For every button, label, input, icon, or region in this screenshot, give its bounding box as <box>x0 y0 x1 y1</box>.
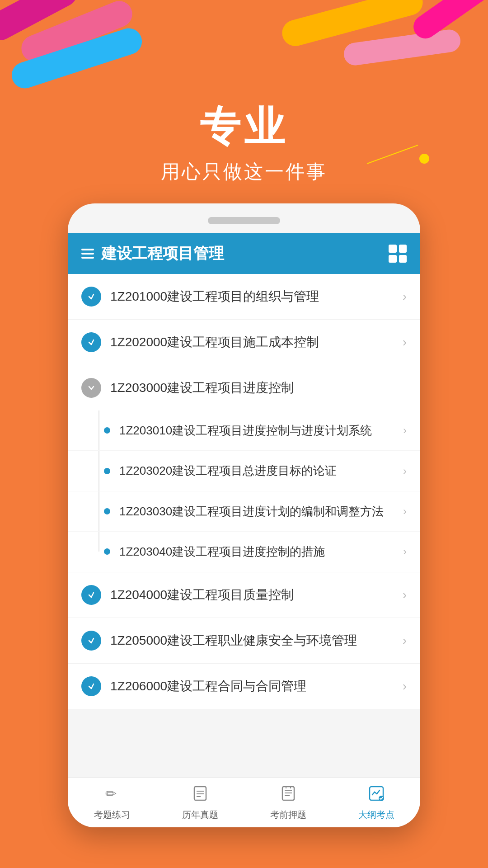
item-6-chevron: › <box>403 679 407 693</box>
list-item-3[interactable]: 1Z203000建设工程项目进度控制 <box>68 365 420 410</box>
svg-rect-5 <box>409 0 488 43</box>
item-1-text: 1Z201000建设工程项目的组织与管理 <box>110 288 403 305</box>
hero-title: 专业 <box>0 99 488 155</box>
grid-cell-4 <box>399 255 407 263</box>
sub-item-4-text: 1Z203040建设工程项目进度控制的措施 <box>119 543 403 560</box>
bottom-nav: ✏ 考题练习 历年真题 <box>68 778 420 827</box>
sub-items-3: 1Z203010建设工程项目进度控制与进度计划系统 › 1Z203020建设工程… <box>68 410 420 572</box>
item-5-icon <box>81 631 101 651</box>
list-item-6[interactable]: 1Z206000建设工程合同与合同管理 › <box>68 664 420 709</box>
grid-cell-2 <box>399 245 407 253</box>
header-title: 建设工程项目管理 <box>101 243 224 264</box>
app-header: 建设工程项目管理 <box>68 233 420 274</box>
nav-label-3: 考前押题 <box>270 809 306 821</box>
svg-rect-1 <box>18 0 136 66</box>
svg-rect-3 <box>279 0 426 49</box>
nav-label-2: 历年真题 <box>182 809 218 821</box>
nav-label-4: 大纲考点 <box>358 809 394 821</box>
list-item-2[interactable]: 1Z202000建设工程项目施工成本控制 › <box>68 320 420 365</box>
sub-item-2[interactable]: 1Z203020建设工程项目总进度目标的论证 › <box>68 451 420 491</box>
item-1-chevron: › <box>403 289 407 304</box>
header-left: 建设工程项目管理 <box>81 243 224 264</box>
nav-item-2[interactable]: 历年真题 <box>156 785 244 821</box>
phone-speaker <box>208 217 280 224</box>
sub-item-3-text: 1Z203030建设工程项目进度计划的编制和调整方法 <box>119 503 403 519</box>
item-4-text: 1Z204000建设工程项目质量控制 <box>110 586 403 604</box>
grid-cell-3 <box>389 255 397 263</box>
sub-item-1-chevron: › <box>403 424 407 437</box>
nav-label-1: 考题练习 <box>94 809 130 821</box>
menu-icon[interactable] <box>81 249 94 259</box>
phone-mockup: 建设工程项目管理 1Z201000建设工程项目的组织与管理 › <box>68 203 420 827</box>
sub-item-2-text: 1Z203020建设工程项目总进度目标的论证 <box>119 462 403 479</box>
svg-rect-2 <box>8 25 145 92</box>
nav-icon-4 <box>368 785 385 806</box>
nav-icon-2 <box>192 785 209 806</box>
app-list: 1Z201000建设工程项目的组织与管理 › 1Z202000建设工程项目施工成… <box>68 274 420 709</box>
sub-item-3[interactable]: 1Z203030建设工程项目进度计划的编制和调整方法 › <box>68 491 420 532</box>
item-2-text: 1Z202000建设工程项目施工成本控制 <box>110 333 403 351</box>
hero-subtitle: 用心只做这一件事 <box>0 159 488 184</box>
nav-item-4[interactable]: 大纲考点 <box>332 785 420 821</box>
sub-item-1[interactable]: 1Z203010建设工程项目进度控制与进度计划系统 › <box>68 410 420 451</box>
sub-item-2-chevron: › <box>403 465 407 477</box>
nav-icon-1: ✏ <box>103 785 121 806</box>
item-1-icon <box>81 287 101 307</box>
nav-item-3[interactable]: 考前押题 <box>244 785 332 821</box>
item-4-chevron: › <box>403 588 407 602</box>
item-5-text: 1Z205000建设工程职业健康安全与环境管理 <box>110 632 403 649</box>
svg-rect-4 <box>343 28 462 67</box>
grid-icon[interactable] <box>389 245 407 263</box>
item-3-text: 1Z203000建设工程项目进度控制 <box>110 379 407 396</box>
item-6-text: 1Z206000建设工程合同与合同管理 <box>110 677 403 695</box>
list-item-1[interactable]: 1Z201000建设工程项目的组织与管理 › <box>68 274 420 320</box>
nav-icon-3 <box>280 785 297 806</box>
grid-cell-1 <box>389 245 397 253</box>
item-2-chevron: › <box>403 335 407 349</box>
list-item-5[interactable]: 1Z205000建设工程职业健康安全与环境管理 › <box>68 618 420 664</box>
list-item-4[interactable]: 1Z204000建设工程项目质量控制 › <box>68 572 420 618</box>
nav-item-1[interactable]: ✏ 考题练习 <box>68 785 156 821</box>
item-5-chevron: › <box>403 633 407 648</box>
sub-item-4-chevron: › <box>403 545 407 558</box>
sub-item-1-text: 1Z203010建设工程项目进度控制与进度计划系统 <box>119 422 403 439</box>
item-6-icon <box>81 676 101 696</box>
sub-item-3-chevron: › <box>403 505 407 518</box>
hero-section: 专业 用心只做这一件事 <box>0 99 488 184</box>
svg-rect-0 <box>0 0 82 45</box>
item-4-icon <box>81 585 101 605</box>
sub-item-4[interactable]: 1Z203040建设工程项目进度控制的措施 › <box>68 532 420 571</box>
item-3-icon <box>81 378 101 398</box>
item-2-icon <box>81 332 101 352</box>
svg-text:✏: ✏ <box>105 786 117 801</box>
